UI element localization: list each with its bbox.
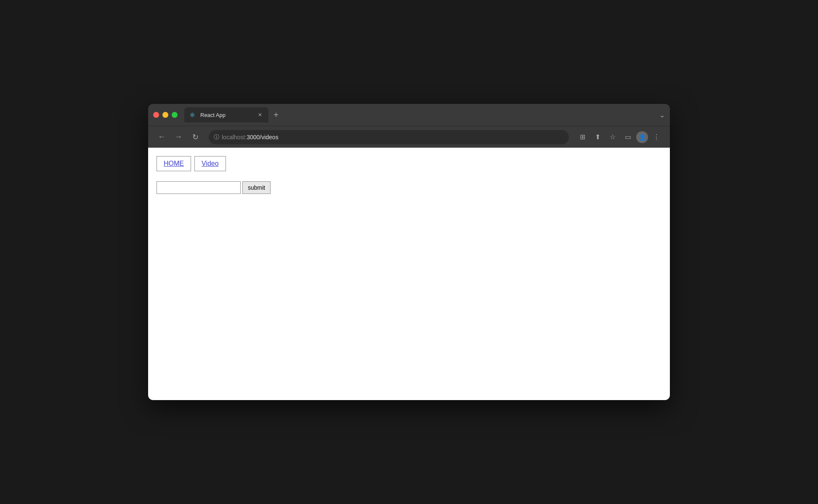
translate-button[interactable]: ⊞ (576, 130, 589, 144)
home-link[interactable]: HOME (157, 156, 191, 171)
back-icon: ← (158, 133, 165, 141)
nav-actions: ⊞ ⬆ ☆ ▭ 👤 ⋮ (576, 130, 663, 144)
back-button[interactable]: ← (155, 130, 168, 144)
browser-window: ⚛ React App ✕ + ⌄ ← → ↻ ⓘ localhost:3000… (148, 104, 670, 400)
nav-bar: ← → ↻ ⓘ localhost:3000/videos ⊞ ⬆ ☆ ▭ (148, 126, 670, 148)
search-input[interactable] (157, 181, 241, 194)
page-content: HOME Video submit (148, 148, 670, 400)
url-display: localhost:3000/videos (222, 134, 564, 141)
info-icon: ⓘ (214, 133, 219, 141)
translate-icon: ⊞ (580, 133, 585, 141)
sidebar-button[interactable]: ▭ (621, 130, 635, 144)
avatar[interactable]: 👤 (636, 131, 648, 143)
tab-bar: ⚛ React App ✕ + ⌄ (184, 107, 665, 122)
reload-icon: ↻ (192, 133, 199, 142)
submit-button[interactable]: submit (242, 181, 271, 194)
title-bar: ⚛ React App ✕ + ⌄ (148, 104, 670, 126)
close-button[interactable] (153, 112, 159, 118)
tab-title: React App (200, 112, 253, 118)
avatar-image: 👤 (639, 134, 646, 141)
url-protocol: localhost: (222, 134, 247, 141)
active-tab[interactable]: ⚛ React App ✕ (184, 107, 268, 122)
forward-icon: → (175, 133, 182, 141)
react-favicon-icon: ⚛ (189, 111, 197, 119)
traffic-lights (153, 112, 178, 118)
menu-icon: ⋮ (653, 133, 660, 141)
bookmark-button[interactable]: ☆ (606, 130, 619, 144)
menu-button[interactable]: ⋮ (650, 130, 663, 144)
reload-button[interactable]: ↻ (189, 130, 202, 144)
share-icon: ⬆ (595, 133, 600, 141)
maximize-button[interactable] (172, 112, 178, 118)
search-row: submit (157, 181, 661, 194)
tab-close-icon[interactable]: ✕ (257, 111, 263, 118)
tab-bar-end-icon[interactable]: ⌄ (659, 111, 665, 119)
nav-links: HOME Video (157, 156, 661, 171)
new-tab-button[interactable]: + (270, 109, 282, 121)
forward-button[interactable]: → (172, 130, 185, 144)
url-path: 3000/videos (247, 134, 279, 141)
address-bar[interactable]: ⓘ localhost:3000/videos (209, 130, 569, 144)
sidebar-icon: ▭ (625, 133, 631, 141)
minimize-button[interactable] (162, 112, 168, 118)
share-button[interactable]: ⬆ (591, 130, 604, 144)
bookmark-icon: ☆ (610, 133, 616, 141)
video-link[interactable]: Video (194, 156, 226, 171)
